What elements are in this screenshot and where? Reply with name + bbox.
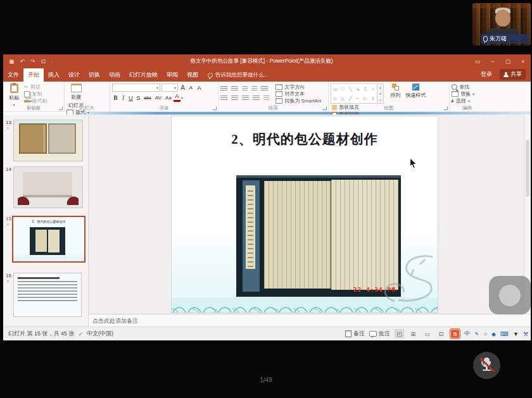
shape-down-arrow-icon[interactable]: ⇩: [371, 96, 375, 101]
paste-button[interactable]: 粘贴 ▾: [5, 84, 23, 107]
align-left-icon[interactable]: [220, 96, 227, 101]
gallery-more-icon[interactable]: ▿: [379, 98, 381, 102]
bullets-icon[interactable]: [220, 86, 227, 91]
copy-button[interactable]: 复制: [24, 90, 47, 97]
floating-overlay-button[interactable]: [489, 276, 531, 314]
gallery-up-icon[interactable]: ▴: [379, 85, 381, 89]
undo-icon[interactable]: ↶: [20, 58, 25, 65]
reading-view-button[interactable]: ▭: [422, 329, 432, 339]
muted-mic-button[interactable]: [473, 352, 500, 379]
increase-indent-icon[interactable]: [251, 86, 257, 91]
minimize-icon[interactable]: –: [485, 58, 500, 65]
tab-file[interactable]: 文件: [3, 68, 23, 82]
close-icon[interactable]: ×: [516, 58, 531, 65]
redo-icon[interactable]: ↷: [30, 58, 35, 65]
paragraph-dialog-launcher[interactable]: [323, 106, 327, 110]
normal-view-button[interactable]: ◰: [395, 329, 404, 339]
bold-button[interactable]: B: [112, 95, 119, 101]
shape-oval-icon[interactable]: ○: [372, 87, 374, 91]
change-case-button[interactable]: Aa: [164, 95, 173, 101]
align-center-icon[interactable]: [231, 96, 238, 101]
notes-pane[interactable]: 点击此处添加备注: [89, 314, 531, 328]
shape-rect-icon[interactable]: ▭: [333, 87, 338, 92]
maximize-icon[interactable]: ▢: [500, 58, 516, 65]
shapes-gallery-scroll[interactable]: ▴ ▾ ▿: [377, 84, 384, 104]
tab-slideshow[interactable]: 幻灯片放映: [125, 68, 162, 82]
accessibility-check-icon[interactable]: ✓: [79, 331, 84, 337]
drawing-dialog-launcher[interactable]: [444, 106, 448, 110]
sogou-input-logo[interactable]: S: [450, 329, 460, 339]
shapes-gallery[interactable]: ▭ □ ╲ ↘ ▯ ○ ◇ △ ╱ ∼ ▷ ⇩: [331, 84, 377, 104]
font-dialog-launcher[interactable]: [213, 106, 217, 110]
text-direction-button[interactable]: 文字方向: [276, 84, 321, 90]
font-color-dropdown-icon[interactable]: ▾: [181, 96, 183, 100]
tab-transitions[interactable]: 切换: [84, 68, 104, 82]
slide-16-preview[interactable]: [13, 273, 82, 317]
tab-animations[interactable]: 动画: [104, 68, 125, 82]
start-slideshow-icon[interactable]: ⊡: [41, 58, 46, 65]
language-indicator[interactable]: 中文(中国): [87, 330, 113, 338]
shape-arrow-icon[interactable]: ↘: [356, 87, 360, 92]
sogou-chinese-mode-icon[interactable]: 中: [464, 330, 470, 338]
ribbon-display-options-icon[interactable]: ▭: [470, 58, 485, 65]
sogou-fullwidth-icon[interactable]: ○: [484, 331, 487, 337]
slide-13-preview[interactable]: [13, 120, 83, 161]
shape-triangle-icon[interactable]: △: [341, 96, 344, 101]
font-size-box[interactable]: ▾: [162, 84, 178, 92]
tab-view[interactable]: 视图: [182, 68, 203, 82]
tab-review[interactable]: 审阅: [162, 68, 182, 82]
slideshow-view-button[interactable]: ⊡: [436, 329, 446, 339]
shape-rect2-icon[interactable]: ▯: [364, 87, 367, 92]
columns-icon[interactable]: [263, 96, 269, 101]
sogou-toolbox-wrench-icon[interactable]: ⚒: [523, 331, 528, 337]
shape-curve-icon[interactable]: ∼: [356, 96, 360, 101]
find-button[interactable]: 查找: [452, 84, 474, 90]
notes-toggle-button[interactable]: 备注: [345, 330, 365, 337]
cut-button[interactable]: ✂剪切: [24, 84, 47, 90]
shrink-font-button[interactable]: A: [187, 85, 194, 90]
slide-title[interactable]: 2、明代的包公题材创作: [172, 130, 438, 148]
gallery-down-icon[interactable]: ▾: [379, 92, 381, 96]
shape-callout-icon[interactable]: ▷: [364, 96, 367, 101]
slide-thumbnail-panel[interactable]: 13 * 14 15 * 2、明代的包公题材创作: [3, 115, 89, 326]
text-shadow-button[interactable]: S: [135, 94, 142, 101]
smartart-button[interactable]: 转换为 SmartArt: [276, 97, 321, 104]
shape-square-icon[interactable]: □: [341, 87, 344, 91]
arrange-button[interactable]: 排列: [388, 84, 403, 99]
format-painter-button[interactable]: 格式刷: [24, 97, 47, 104]
font-name-box[interactable]: ▾: [112, 84, 160, 92]
share-button[interactable]: 共享: [500, 69, 526, 80]
tell-me-box[interactable]: 告诉我您想要做什么...: [203, 69, 274, 82]
sogou-keyboard-icon[interactable]: ⌨: [500, 331, 509, 337]
sogou-more-icon[interactable]: ▼: [513, 331, 519, 337]
tab-design[interactable]: 设计: [64, 68, 84, 82]
font-color-button[interactable]: A: [174, 94, 180, 102]
decrease-indent-icon[interactable]: [242, 86, 248, 91]
tab-home[interactable]: 开始: [23, 68, 44, 82]
sign-in-button[interactable]: 登录: [481, 70, 492, 78]
replace-button[interactable]: 替换▾: [452, 90, 474, 97]
slide-15-editor[interactable]: 2、明代的包公题材创作 22 4:34 PM: [172, 116, 438, 313]
clipboard-dialog-launcher[interactable]: [59, 106, 63, 110]
sogou-emoji-icon[interactable]: ◆: [491, 331, 496, 337]
shape-line-icon[interactable]: ╲: [349, 87, 352, 92]
slide-sorter-view-button[interactable]: ⊞: [408, 329, 418, 339]
slide-15-preview[interactable]: 2、明代的包公题材创作: [12, 216, 86, 263]
clear-formatting-button[interactable]: A: [196, 84, 203, 91]
shape-diamond-icon[interactable]: ◇: [333, 96, 336, 101]
save-icon[interactable]: ▣: [9, 58, 15, 65]
numbering-icon[interactable]: [231, 86, 238, 91]
strikethrough-button[interactable]: abc: [142, 96, 153, 100]
tab-insert[interactable]: 插入: [44, 68, 64, 82]
underline-button[interactable]: U: [127, 94, 134, 101]
line-spacing-icon[interactable]: [261, 86, 268, 91]
comments-toggle-button[interactable]: 批注: [369, 330, 390, 337]
character-spacing-button[interactable]: AV: [153, 95, 163, 101]
select-button[interactable]: 选择▾: [452, 97, 474, 104]
participant-video-tile[interactable]: 朱万曙: [472, 3, 531, 46]
quick-styles-button[interactable]: 快速样式: [404, 84, 427, 99]
grow-font-button[interactable]: A: [179, 84, 186, 91]
sogou-pen-icon[interactable]: ✎: [474, 331, 479, 337]
align-text-button[interactable]: 对齐文本: [276, 90, 321, 97]
slide-14-preview[interactable]: [13, 166, 83, 208]
